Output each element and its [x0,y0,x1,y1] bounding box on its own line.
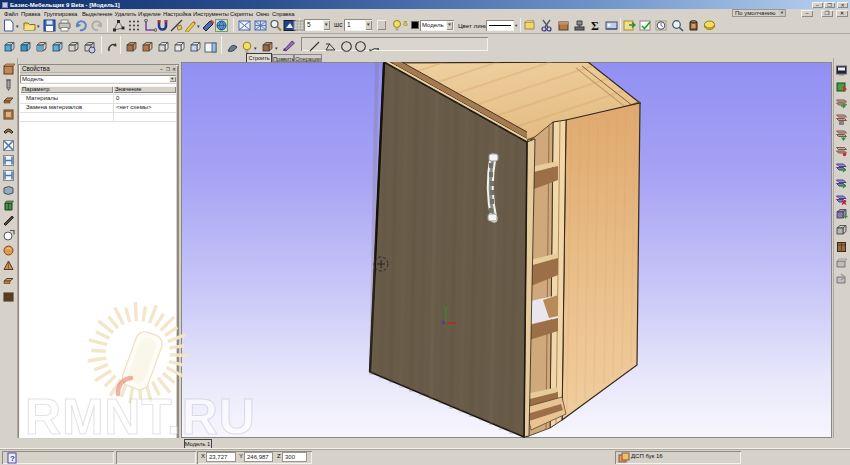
svg-text:?: ? [10,454,15,463]
svg-text:Σ: Σ [591,19,599,32]
